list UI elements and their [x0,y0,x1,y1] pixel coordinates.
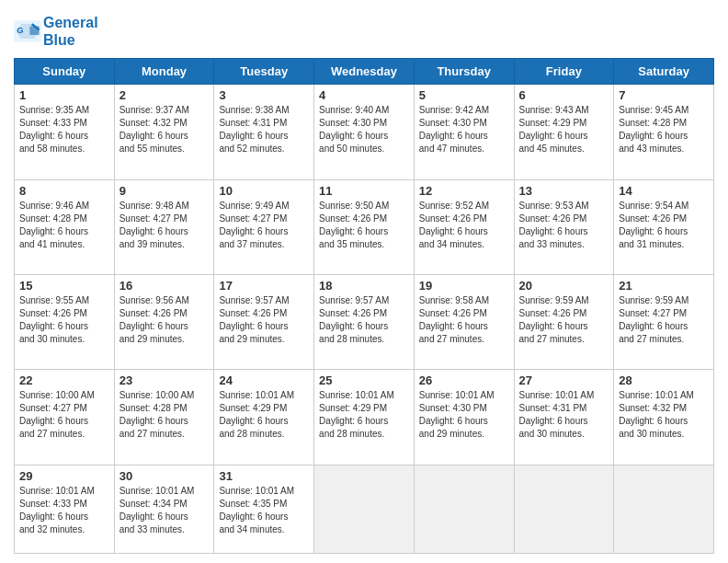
day-info: Sunrise: 10:00 AMSunset: 4:27 PMDaylight… [19,389,109,441]
day-info: Sunrise: 9:52 AMSunset: 4:26 PMDaylight:… [419,200,509,251]
calendar-table: SundayMondayTuesdayWednesdayThursdayFrid… [14,58,714,554]
calendar-cell: 11Sunrise: 9:50 AMSunset: 4:26 PMDayligh… [314,179,415,274]
calendar-cell: 3Sunrise: 9:38 AMSunset: 4:31 PMDaylight… [214,85,314,179]
day-info: Sunrise: 10:01 AMSunset: 4:29 PMDaylight… [319,389,409,441]
logo-text: General Blue [43,14,98,49]
calendar-cell: 31Sunrise: 10:01 AMSunset: 4:35 PMDaylig… [214,465,314,553]
day-number: 15 [19,279,109,293]
day-number: 24 [219,373,309,387]
calendar-cell: 22Sunrise: 10:00 AMSunset: 4:27 PMDaylig… [15,370,115,465]
day-info: Sunrise: 10:01 AMSunset: 4:32 PMDaylight… [619,389,709,441]
day-info: Sunrise: 9:49 AMSunset: 4:27 PMDaylight:… [219,200,309,251]
day-number: 19 [419,279,509,293]
calendar-cell: 14Sunrise: 9:54 AMSunset: 4:26 PMDayligh… [614,179,714,274]
page: G General Blue SundayMondayTuesdayWednes… [0,0,728,563]
calendar-cell [514,465,614,553]
day-info: Sunrise: 9:53 AMSunset: 4:26 PMDaylight:… [519,200,609,251]
day-number: 26 [419,373,509,387]
calendar-cell: 12Sunrise: 9:52 AMSunset: 4:26 PMDayligh… [414,179,514,274]
day-info: Sunrise: 9:45 AMSunset: 4:28 PMDaylight:… [619,104,709,155]
calendar-cell: 9Sunrise: 9:48 AMSunset: 4:27 PMDaylight… [114,179,214,274]
svg-text:G: G [17,26,23,36]
calendar-cell: 26Sunrise: 10:01 AMSunset: 4:30 PMDaylig… [414,370,514,465]
calendar-week-row: 1Sunrise: 9:35 AMSunset: 4:33 PMDaylight… [15,85,714,179]
day-number: 23 [119,373,210,387]
day-number: 27 [519,373,609,387]
calendar-cell [614,465,714,553]
day-info: Sunrise: 10:01 AMSunset: 4:29 PMDaylight… [219,389,309,441]
day-info: Sunrise: 9:43 AMSunset: 4:29 PMDaylight:… [519,104,609,155]
day-number: 25 [319,373,409,387]
calendar-week-row: 29Sunrise: 10:01 AMSunset: 4:33 PMDaylig… [15,465,714,553]
calendar-cell: 25Sunrise: 10:01 AMSunset: 4:29 PMDaylig… [314,370,415,465]
weekday-header-friday: Friday [514,59,614,85]
day-number: 7 [619,88,709,102]
day-info: Sunrise: 9:42 AMSunset: 4:30 PMDaylight:… [419,104,509,155]
day-number: 12 [419,184,509,198]
calendar-cell: 24Sunrise: 10:01 AMSunset: 4:29 PMDaylig… [214,370,314,465]
weekday-header-wednesday: Wednesday [314,59,415,85]
calendar-week-row: 8Sunrise: 9:46 AMSunset: 4:28 PMDaylight… [15,179,714,274]
day-info: Sunrise: 10:01 AMSunset: 4:34 PMDaylight… [119,485,210,536]
day-number: 22 [19,373,109,387]
calendar-cell: 23Sunrise: 10:00 AMSunset: 4:28 PMDaylig… [114,370,214,465]
calendar-cell: 28Sunrise: 10:01 AMSunset: 4:32 PMDaylig… [614,370,714,465]
calendar-cell [414,465,514,553]
calendar-cell: 1Sunrise: 9:35 AMSunset: 4:33 PMDaylight… [15,85,115,179]
day-number: 2 [119,88,210,102]
day-number: 6 [519,88,609,102]
day-number: 13 [519,184,609,198]
calendar-cell: 13Sunrise: 9:53 AMSunset: 4:26 PMDayligh… [514,179,614,274]
day-info: Sunrise: 9:59 AMSunset: 4:27 PMDaylight:… [619,294,709,346]
day-info: Sunrise: 9:37 AMSunset: 4:32 PMDaylight:… [119,104,210,155]
day-info: Sunrise: 9:54 AMSunset: 4:26 PMDaylight:… [619,200,709,251]
calendar-cell: 8Sunrise: 9:46 AMSunset: 4:28 PMDaylight… [15,179,115,274]
calendar-cell: 10Sunrise: 9:49 AMSunset: 4:27 PMDayligh… [214,179,314,274]
day-info: Sunrise: 9:55 AMSunset: 4:26 PMDaylight:… [19,294,109,346]
weekday-header-row: SundayMondayTuesdayWednesdayThursdayFrid… [15,59,714,85]
day-number: 21 [619,279,709,293]
calendar-cell: 20Sunrise: 9:59 AMSunset: 4:26 PMDayligh… [514,275,614,370]
day-number: 14 [619,184,709,198]
day-info: Sunrise: 9:38 AMSunset: 4:31 PMDaylight:… [219,104,309,155]
logo: G General Blue [14,14,98,49]
calendar-cell [314,465,415,553]
weekday-header-sunday: Sunday [15,59,115,85]
day-info: Sunrise: 9:59 AMSunset: 4:26 PMDaylight:… [519,294,609,346]
calendar-cell: 15Sunrise: 9:55 AMSunset: 4:26 PMDayligh… [15,275,115,370]
day-number: 28 [619,373,709,387]
day-info: Sunrise: 10:01 AMSunset: 4:35 PMDaylight… [219,485,309,536]
calendar-cell: 19Sunrise: 9:58 AMSunset: 4:26 PMDayligh… [414,275,514,370]
calendar-cell: 21Sunrise: 9:59 AMSunset: 4:27 PMDayligh… [614,275,714,370]
day-info: Sunrise: 9:35 AMSunset: 4:33 PMDaylight:… [19,104,109,155]
day-info: Sunrise: 10:00 AMSunset: 4:28 PMDaylight… [119,389,210,441]
calendar-cell: 16Sunrise: 9:56 AMSunset: 4:26 PMDayligh… [114,275,214,370]
day-number: 3 [219,88,309,102]
calendar-cell: 30Sunrise: 10:01 AMSunset: 4:34 PMDaylig… [114,465,214,553]
day-number: 20 [519,279,609,293]
day-number: 10 [219,184,309,198]
day-number: 4 [319,88,409,102]
calendar-cell: 5Sunrise: 9:42 AMSunset: 4:30 PMDaylight… [414,85,514,179]
day-info: Sunrise: 10:01 AMSunset: 4:31 PMDaylight… [519,389,609,441]
calendar-cell: 7Sunrise: 9:45 AMSunset: 4:28 PMDaylight… [614,85,714,179]
day-info: Sunrise: 9:58 AMSunset: 4:26 PMDaylight:… [419,294,509,346]
calendar-cell: 18Sunrise: 9:57 AMSunset: 4:26 PMDayligh… [314,275,415,370]
calendar-cell: 6Sunrise: 9:43 AMSunset: 4:29 PMDaylight… [514,85,614,179]
calendar-week-row: 15Sunrise: 9:55 AMSunset: 4:26 PMDayligh… [15,275,714,370]
calendar-cell: 17Sunrise: 9:57 AMSunset: 4:26 PMDayligh… [214,275,314,370]
day-number: 16 [119,279,210,293]
day-info: Sunrise: 9:56 AMSunset: 4:26 PMDaylight:… [119,294,210,346]
day-number: 30 [119,469,210,483]
day-number: 29 [19,469,109,483]
calendar-cell: 2Sunrise: 9:37 AMSunset: 4:32 PMDaylight… [114,85,214,179]
day-number: 31 [219,469,309,483]
header: G General Blue [14,14,714,49]
day-info: Sunrise: 9:57 AMSunset: 4:26 PMDaylight:… [319,294,409,346]
day-info: Sunrise: 9:46 AMSunset: 4:28 PMDaylight:… [19,200,109,251]
calendar-cell: 27Sunrise: 10:01 AMSunset: 4:31 PMDaylig… [514,370,614,465]
day-number: 11 [319,184,409,198]
weekday-header-saturday: Saturday [614,59,714,85]
day-info: Sunrise: 9:48 AMSunset: 4:27 PMDaylight:… [119,200,210,251]
weekday-header-monday: Monday [114,59,214,85]
